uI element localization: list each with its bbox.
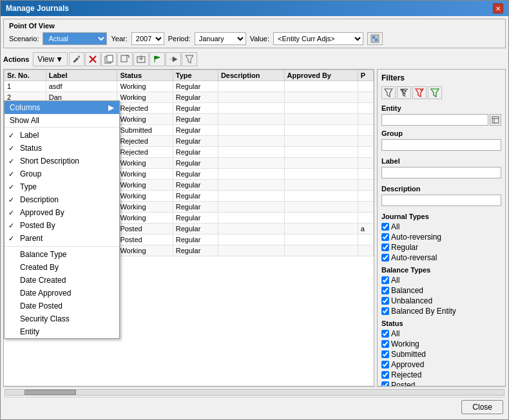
status-checkbox[interactable] (381, 340, 389, 348)
view-label: View (37, 55, 54, 64)
cell-status: Posted (117, 224, 173, 234)
cell-p (358, 191, 373, 202)
entity-filter-input[interactable] (381, 114, 488, 126)
menu-item-created-by[interactable]: Created By (5, 261, 119, 274)
journal-types-label: Journal Types (381, 213, 501, 220)
cell-description (218, 202, 284, 213)
balance-type-checkbox[interactable] (381, 297, 389, 305)
filters-panel: Filters S Entity (377, 69, 506, 387)
scenario-select[interactable]: Actual (43, 32, 107, 45)
status-checkbox[interactable] (381, 361, 389, 368)
close-button[interactable]: Close (461, 400, 503, 414)
close-icon[interactable]: ✕ (493, 3, 503, 14)
label-filter-input[interactable] (381, 167, 501, 178)
period-select[interactable]: January (195, 32, 246, 45)
filter-save-button[interactable]: S (397, 86, 411, 99)
title-bar: Manage Journals ✕ (1, 1, 508, 16)
columns-menu-arrow: ▶ (108, 103, 114, 112)
columns-menu-header[interactable]: Columns ▶ (5, 101, 119, 114)
cell-status: Working (117, 180, 173, 191)
menu-item-approved-by[interactable]: ✓Approved By (5, 206, 119, 219)
cell-approved-by (284, 202, 358, 213)
status-checkbox-item: Working (381, 339, 501, 348)
menu-item-date-created[interactable]: Date Created (5, 274, 119, 287)
balance-type-label: Unbalanced (391, 296, 432, 305)
menu-item-security-class[interactable]: Security Class (5, 312, 119, 325)
journal-type-checkbox[interactable] (381, 243, 389, 251)
menu-item-posted-by[interactable]: ✓Posted By (5, 219, 119, 232)
menu-item-label[interactable]: ✓Label (5, 129, 119, 142)
cell-p (358, 103, 373, 114)
filter-clear-button[interactable] (412, 86, 427, 99)
description-filter-input[interactable] (381, 195, 501, 206)
balance-type-checkbox-item: Unbalanced (381, 296, 501, 305)
cell-status: Rejected (117, 136, 173, 147)
cell-description (218, 245, 284, 256)
cell-type: Regular (173, 224, 218, 234)
cell-status: Working (117, 202, 173, 213)
menu-item-parent[interactable]: ✓Parent (5, 232, 119, 245)
balance-type-checkbox[interactable] (381, 287, 389, 294)
edit-button[interactable] (69, 52, 84, 66)
table-row[interactable]: 1 asdf Working Regular (5, 81, 374, 92)
refresh-icon (370, 34, 379, 43)
filter-apply-button[interactable] (381, 86, 396, 99)
cell-approved-by (284, 191, 358, 202)
svg-rect-6 (107, 55, 113, 62)
scrollbar-track[interactable] (5, 389, 504, 396)
cell-approved-by (284, 169, 358, 180)
submit-button[interactable] (166, 52, 181, 66)
menu-item-entity[interactable]: Entity (5, 325, 119, 338)
delete-button[interactable] (85, 52, 101, 66)
show-all-menu-item[interactable]: Show All (5, 114, 119, 128)
entity-filter-browse-button[interactable] (490, 114, 501, 126)
value-select[interactable]: <Entity Curr Adjs> (273, 32, 363, 45)
col-type: Type (173, 70, 218, 81)
copy-button[interactable] (101, 52, 117, 66)
menu-item-balance-type[interactable]: Balance Type (5, 248, 119, 261)
balance-type-checkbox[interactable] (381, 276, 389, 284)
export-button[interactable] (133, 52, 149, 66)
status-group: AllWorkingSubmittedApprovedRejectedPoste… (381, 329, 501, 387)
journal-type-checkbox[interactable] (381, 223, 389, 231)
balance-type-checkbox[interactable] (381, 307, 389, 315)
view-dropdown-button[interactable]: View ▼ (33, 52, 68, 66)
journal-type-checkbox[interactable] (381, 233, 389, 241)
status-checkbox[interactable] (381, 371, 389, 379)
pov-refresh-button[interactable] (367, 32, 383, 45)
menu-item-group[interactable]: ✓Group (5, 167, 119, 180)
menu-separator (5, 246, 119, 247)
flag-button[interactable] (149, 52, 165, 66)
status-checkbox-item: Approved (381, 360, 501, 369)
cell-type: Regular (173, 213, 218, 224)
menu-item-description[interactable]: ✓Description (5, 193, 119, 206)
status-checkbox[interactable] (381, 381, 389, 387)
menu-item-type[interactable]: ✓Type (5, 180, 119, 193)
menu-item-status[interactable]: ✓Status (5, 142, 119, 155)
cell-p (358, 136, 373, 147)
columns-dropdown-menu: Columns ▶ Show All ✓Label ✓Status ✓Short… (4, 100, 120, 339)
menu-item-short-description[interactable]: ✓Short Description (5, 155, 119, 167)
cell-p (358, 169, 373, 180)
menu-item-date-posted[interactable]: Date Posted (5, 300, 119, 312)
status-checkbox[interactable] (381, 350, 389, 358)
filter-green-button[interactable] (428, 86, 442, 99)
group-filter-input[interactable] (381, 139, 501, 151)
year-select[interactable]: 2007 (131, 32, 164, 45)
filter-button[interactable] (182, 52, 197, 66)
bottom-bar: Close (3, 397, 506, 417)
cell-description (218, 191, 284, 202)
cell-type: Regular (173, 136, 218, 147)
journal-type-checkbox[interactable] (381, 254, 389, 262)
cell-description (218, 169, 284, 180)
import-button[interactable] (117, 52, 133, 66)
status-checkbox[interactable] (381, 330, 389, 338)
scrollbar-thumb[interactable] (24, 390, 76, 395)
journal-type-label: Auto-reversing (391, 233, 441, 242)
cell-status: Working (117, 92, 173, 103)
menu-item-date-approved[interactable]: Date Approved (5, 287, 119, 300)
cell-status: Working (117, 81, 173, 92)
cell-description (218, 81, 284, 92)
journal-type-label: All (391, 222, 399, 231)
horizontal-scrollbar[interactable] (3, 387, 506, 397)
